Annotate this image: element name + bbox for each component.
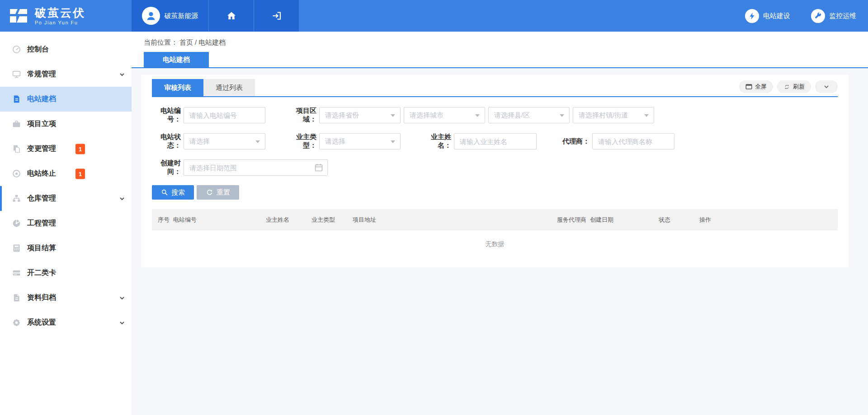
copy-icon: [11, 144, 21, 154]
gear-icon: [11, 318, 21, 328]
tab-approved-list[interactable]: 通过列表: [203, 79, 255, 96]
reset-icon: [206, 189, 213, 196]
person-icon: [145, 10, 157, 22]
card-icon: [11, 268, 21, 278]
sidebar-item-label: 仓库管理: [27, 194, 56, 203]
chevron-down-icon: [644, 114, 649, 117]
county-select[interactable]: 请选择县/区: [488, 107, 570, 123]
sidebar-item-console[interactable]: 控制台: [0, 37, 132, 62]
sidebar-item-project-settlement[interactable]: 项目结算: [0, 236, 132, 261]
chevron-down-icon: [391, 140, 395, 143]
col-station-no: 电站编号: [173, 216, 197, 224]
region-label: 项目区域：: [288, 107, 316, 124]
sidebar-item-data-archive[interactable]: 资料归档: [0, 285, 132, 310]
filter-row-2: 电站状态： 请选择 业主类型： 请选择 业主姓名： 代理商：: [152, 133, 838, 149]
brand-logo-icon: [8, 5, 29, 26]
sidebar-item-open-card[interactable]: 开二类卡: [0, 261, 132, 285]
tab-review-list[interactable]: 审核列表: [152, 79, 203, 96]
owner-type-select[interactable]: 请选择: [319, 133, 401, 149]
owner-type-label: 业主类型：: [288, 133, 316, 150]
breadcrumb-home-link[interactable]: 首页: [179, 38, 193, 46]
sidebar-item-label: 控制台: [27, 45, 49, 54]
page-tab-station-filing[interactable]: 电站建档: [144, 52, 209, 67]
module-monitor-ops[interactable]: 监控运维: [811, 9, 856, 23]
col-index: 序号: [158, 216, 170, 224]
sidebar-item-label: 工程管理: [27, 219, 56, 228]
province-select[interactable]: 请选择省份: [319, 107, 401, 123]
sidebar-item-label: 项目结算: [27, 243, 56, 253]
brand-logo: 破茧云伏 Po Jian Yun Fu: [0, 0, 132, 32]
filter-row-3: 创建时间：: [152, 159, 838, 176]
document-icon: [11, 94, 21, 104]
breadcrumb-current: 电站建档: [198, 38, 226, 46]
briefcase-icon: [11, 119, 21, 129]
sidebar: 控制台 常规管理 电站建档 项目立项 变更管理 1 电站终止 1: [0, 32, 132, 415]
col-status: 状态: [659, 216, 670, 224]
collapse-toolbar-button[interactable]: [815, 80, 838, 93]
sidebar-item-label: 开二类卡: [27, 268, 56, 278]
filter-actions: 搜索 重置: [152, 185, 838, 200]
chevron-down-icon: [119, 71, 125, 78]
chevron-down-icon: [391, 114, 395, 117]
sidebar-item-station-filing[interactable]: 电站建档: [0, 87, 132, 112]
owner-name-input[interactable]: [454, 133, 537, 149]
sidebar-item-label: 变更管理: [27, 144, 56, 154]
sidebar-item-engineering-mgmt[interactable]: 工程管理: [0, 211, 132, 236]
content-card: 审核列表 通过列表 全屏 刷新 电站编号： 项目区域：: [141, 75, 849, 267]
home-icon: [226, 10, 237, 21]
filter-form: 电站编号： 项目区域： 请选择省份 请选择城市 请选择县/区 请选择村镇/街道 …: [152, 107, 838, 200]
sidebar-item-label: 资料归档: [27, 293, 56, 303]
calculator-icon: [11, 243, 21, 253]
empty-state: 无数据: [152, 230, 838, 258]
fullscreen-button[interactable]: 全屏: [739, 80, 773, 93]
refresh-button[interactable]: 刷新: [777, 80, 811, 93]
sidebar-item-label: 常规管理: [27, 70, 56, 79]
search-button[interactable]: 搜索: [152, 185, 194, 200]
date-range-input[interactable]: [184, 159, 328, 176]
station-no-input[interactable]: [184, 107, 265, 123]
user-menu[interactable]: 破茧新能源: [132, 0, 208, 32]
calendar-icon: [314, 163, 323, 172]
record-icon: [11, 169, 21, 179]
user-name: 破茧新能源: [165, 12, 198, 20]
reset-button[interactable]: 重置: [197, 185, 239, 200]
sidebar-item-project-initiation[interactable]: 项目立项: [0, 112, 132, 136]
sidebar-item-system-settings[interactable]: 系统设置: [0, 310, 132, 335]
station-no-label: 电站编号：: [152, 107, 181, 124]
col-owner-type: 业主类型: [311, 216, 335, 224]
logout-button[interactable]: [254, 0, 299, 32]
col-created: 创建日期: [590, 216, 613, 224]
sidebar-item-station-termination[interactable]: 电站终止 1: [0, 161, 132, 186]
chevron-down-icon: [475, 114, 480, 117]
monitor-icon: [11, 70, 21, 79]
owner-name-label: 业主姓名：: [422, 133, 451, 150]
navbar-modules: 电站建设 监控运维: [745, 0, 868, 32]
col-agent: 服务代理商: [557, 216, 586, 224]
city-select[interactable]: 请选择城市: [404, 107, 485, 123]
sidebar-item-warehouse-mgmt[interactable]: 仓库管理: [0, 186, 132, 211]
station-status-select[interactable]: 请选择: [184, 133, 265, 149]
chevron-down-icon: [119, 320, 125, 326]
sidebar-item-change-mgmt[interactable]: 变更管理 1: [0, 136, 132, 161]
date-range-picker[interactable]: [184, 159, 328, 176]
logout-icon: [271, 10, 282, 21]
created-date-label: 创建时间：: [152, 159, 181, 176]
village-select[interactable]: 请选择村镇/街道: [573, 107, 654, 123]
home-button[interactable]: [208, 0, 254, 32]
gauge-icon: [11, 219, 21, 228]
navbar-user-section: 破茧新能源: [132, 0, 299, 32]
sitemap-icon: [11, 194, 21, 204]
agent-input[interactable]: [592, 133, 675, 149]
sidebar-item-general-mgmt[interactable]: 常规管理: [0, 62, 132, 87]
chevron-down-icon: [255, 140, 260, 143]
search-icon: [161, 189, 168, 196]
breadcrumb-separator: /: [195, 38, 197, 46]
panel-tabs: 审核列表 通过列表 全屏 刷新: [152, 79, 838, 97]
results-table: 序号 电站编号 业主姓名 业主类型 项目地址 服务代理商 创建日期 状态 操作 …: [152, 209, 838, 258]
col-owner-name: 业主姓名: [266, 216, 289, 224]
module-station-build[interactable]: 电站建设: [745, 9, 790, 23]
agent-label: 代理商：: [561, 137, 590, 146]
station-status-label: 电站状态：: [152, 133, 181, 150]
col-actions: 操作: [699, 216, 711, 224]
sidebar-item-label: 电站终止: [27, 169, 56, 178]
